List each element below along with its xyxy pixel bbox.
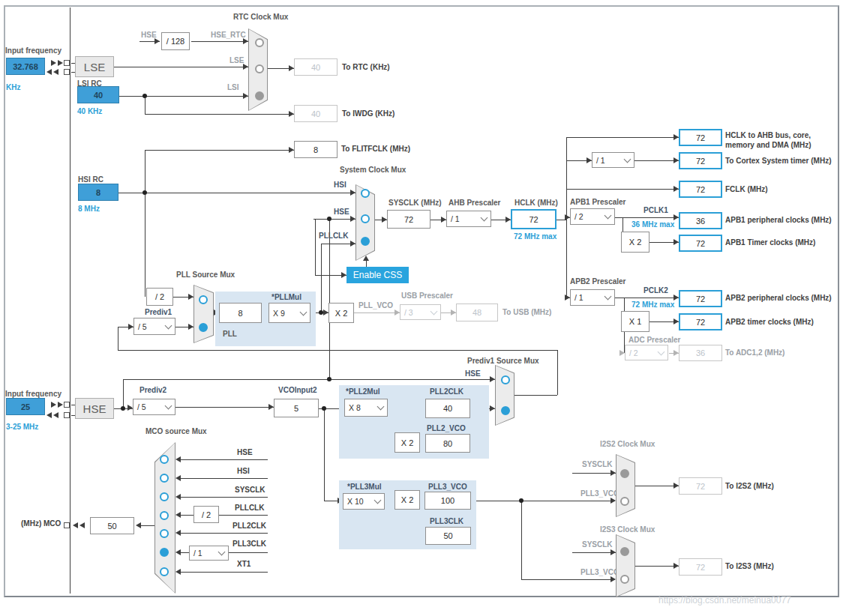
pll-hsi-div2-box: / 2	[146, 288, 173, 306]
vcoinput2-value: 5	[274, 399, 319, 417]
pclk2-max-label: 72 MHz max	[632, 301, 674, 309]
prediv1mux-radio-pll2clk[interactable]	[501, 406, 510, 415]
pll3-vco-value: 100	[424, 492, 471, 510]
fclk-value[interactable]: 72	[679, 181, 722, 198]
apb1-peripheral-label: APB1 peripheral clocks (MHz)	[725, 216, 832, 224]
pll2mul-value: X 8	[349, 403, 361, 412]
flitfclk-label: To FLITFCLK (MHz)	[341, 145, 410, 153]
mco-radio-hse[interactable]	[160, 455, 169, 464]
prediv1-value: / 5	[138, 322, 147, 331]
rtc-mux-radio-lse[interactable]	[255, 64, 264, 73]
iwdg-output-value: 40	[294, 105, 338, 122]
vcoinput2-label: VCOInput2	[278, 386, 317, 394]
hclk-value[interactable]: 72	[511, 209, 556, 229]
watermark: https://blog.csdn.net/meinua0077	[658, 595, 791, 606]
ahb-prescaler-label: AHB Prescaler	[448, 199, 500, 207]
rtc-hse-label: HSE	[141, 31, 157, 39]
i2s2-out-value: 72	[679, 477, 722, 495]
sysmux-hse-label: HSE	[334, 208, 350, 216]
prediv2-dropdown[interactable]: / 5	[133, 399, 176, 415]
chevron-down-icon	[604, 212, 612, 220]
chevron-down-icon	[481, 214, 488, 222]
cortex-timer-label: To Cortex System timer (MHz)	[725, 157, 832, 165]
usb-prescaler-value: / 3	[404, 308, 413, 317]
prediv1-mux-title: Prediv1 Source Mux	[467, 357, 539, 365]
mco-out-label: (MHz) MCO	[21, 519, 61, 528]
mco-div1-dropdown[interactable]: / 1	[189, 546, 229, 561]
pll-block-label: PLL	[223, 330, 237, 338]
enable-css-button[interactable]: Enable CSS	[346, 267, 409, 283]
cortex-timer-value[interactable]: 72	[679, 152, 722, 169]
rtc-hse-rtc-label: HSE_RTC	[211, 31, 246, 39]
adc-prescaler-value: / 2	[629, 348, 638, 357]
lse-unit-label: KHz	[6, 83, 20, 91]
i2s2-out-label: To I2S2 (MHz)	[725, 482, 774, 490]
sysmux-radio-pllclk[interactable]	[361, 237, 370, 246]
rtc-mux-radio-hse-rtc[interactable]	[255, 38, 264, 47]
mco-radio-pll2clk[interactable]	[160, 529, 169, 538]
pll3mul-dropdown[interactable]: X 10	[343, 493, 385, 510]
adc-prescaler-dropdown[interactable]: / 2	[625, 345, 668, 360]
system-mux-title: System Clock Mux	[340, 166, 406, 174]
pllmul-dropdown[interactable]: X 9	[268, 303, 310, 323]
pllmux-radio-prediv1[interactable]	[199, 323, 208, 332]
adc-prescaler-label: ADC Prescaler	[628, 336, 680, 344]
pclk1-label: PCLK1	[644, 206, 668, 214]
chevron-down-icon	[300, 308, 308, 315]
ahb-prescaler-dropdown[interactable]: / 1	[446, 211, 491, 227]
mco-radio-sysclk[interactable]	[160, 492, 169, 501]
adc-out-label: To ADC1,2 (MHz)	[725, 348, 784, 357]
apb2-prescaler-dropdown[interactable]: / 1	[570, 289, 615, 306]
sysmux-radio-hsi[interactable]	[361, 189, 370, 198]
sysclk-label: SYSCLK (MHz)	[388, 199, 442, 207]
mco-sysclk-label: SYSCLK	[235, 486, 266, 494]
apb1-timer-label: APB1 Timer clocks (MHz)	[725, 238, 815, 247]
usb-prescaler-dropdown[interactable]: / 3	[400, 304, 441, 320]
i2s2-sysclk-label: SYSCLK	[582, 460, 613, 468]
mco-radio-hsi[interactable]	[160, 474, 169, 483]
prediv1-dropdown[interactable]: / 5	[134, 318, 176, 335]
sysmux-pllclk-label: PLLCLK	[319, 232, 348, 240]
rtc-lsi-label: LSI	[227, 83, 239, 91]
i2s2-mux-title: I2S2 Clock Mux	[600, 440, 655, 448]
i2s2-radio-pll3vco[interactable]	[620, 497, 629, 506]
hsi-unit-label: 8 MHz	[78, 205, 100, 213]
chevron-down-icon	[218, 549, 226, 556]
i2s2-radio-sysclk[interactable]	[620, 469, 629, 478]
rtc-lse-label: LSE	[230, 56, 244, 64]
apb2-timer-value[interactable]: 72	[679, 313, 722, 330]
apb2-peripheral-value[interactable]: 72	[679, 290, 722, 307]
lse-frequency-input[interactable]: 32.768	[6, 58, 45, 75]
hse-frequency-input[interactable]: 25	[6, 398, 45, 415]
hclk-ahb-out-value[interactable]: 72	[679, 129, 722, 146]
apb2-peripheral-label: APB2 peripheral clocks (MHz)	[725, 294, 832, 302]
pclk2-label: PCLK2	[644, 286, 668, 295]
pll2-vco-label: PLL2_VCO	[427, 424, 466, 432]
i2s3-clock-mux	[616, 534, 635, 597]
i2s3-radio-sysclk[interactable]	[620, 547, 629, 556]
hsi-rc-value: 8	[78, 184, 118, 201]
mco-radio-xt1[interactable]	[160, 567, 169, 576]
i2s3-out-value: 72	[679, 558, 722, 576]
fclk-label: FCLK (MHz)	[725, 185, 768, 193]
rtc-mux-radio-lsi[interactable]	[255, 91, 264, 100]
sysclk-value: 72	[387, 210, 430, 229]
pclk1-max-label: 36 MHz max	[632, 220, 674, 229]
mco-radio-pll3clk[interactable]	[160, 548, 169, 557]
chevron-down-icon	[165, 402, 172, 410]
apb1-timer-value[interactable]: 72	[679, 235, 722, 252]
iwdg-output-label: To IWDG (KHz)	[342, 109, 394, 118]
mco-radio-pllclk[interactable]	[160, 511, 169, 520]
apb1-prescaler-dropdown[interactable]: / 2	[570, 208, 615, 225]
sysmux-radio-hse[interactable]	[361, 214, 370, 223]
mco-pll3clk-label: PLL3CLK	[232, 540, 266, 548]
pll2mul-label: *PLL2Mul	[346, 387, 380, 396]
pllmux-radio-hsi-div2[interactable]	[199, 295, 208, 304]
i2s3-radio-pll3vco[interactable]	[620, 575, 629, 584]
apb1-peripheral-value[interactable]: 36	[679, 212, 722, 229]
prediv1mux-radio-hse[interactable]	[501, 375, 510, 384]
clock-configuration-canvas: Input frequency 32.768 KHz LSE LSI RC 40…	[0, 0, 849, 616]
pll2mul-dropdown[interactable]: X 8	[344, 399, 388, 417]
cortex-prescaler-dropdown[interactable]: / 1	[592, 152, 634, 168]
mco-pllclk-label: PLLCLK	[235, 504, 264, 512]
